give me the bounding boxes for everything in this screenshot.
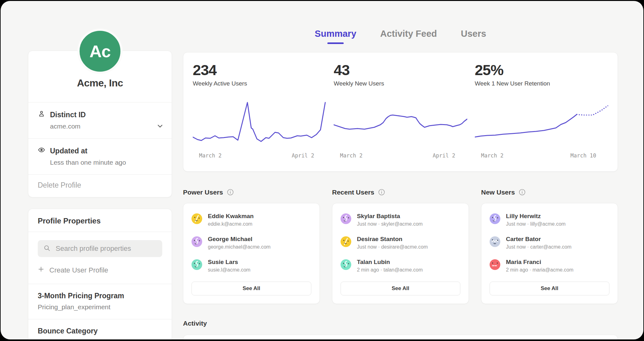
stat-weekly-new-users: 43 Weekly New Users March 2 April 2 — [334, 62, 467, 159]
updated-at-value: Less than one minute ago — [50, 159, 162, 166]
property-row[interactable]: Bounce Category inactive-mailbox — [28, 319, 172, 339]
eye-icon — [38, 146, 45, 156]
weekly-new-users-sparkline — [334, 98, 467, 146]
search-input[interactable] — [55, 244, 157, 253]
company-avatar: Ac — [77, 29, 123, 74]
user-detail: Just now · skyler@acme.com — [357, 221, 423, 227]
user-name: Lilly Herwitz — [506, 213, 566, 220]
create-user-profile-button[interactable]: Create User Profile — [28, 257, 172, 284]
user-detail: eddie.k@acme.com — [208, 221, 254, 227]
stat-weekly-active-users: 234 Weekly Active Users March 2 April 2 — [193, 62, 326, 159]
axis-tick: March 10 — [570, 152, 596, 159]
user-row[interactable]: Desirae Stanton Just now · desirare@acme… — [341, 236, 460, 250]
user-name: Carter Bator — [506, 236, 571, 243]
axis-tick: March 2 — [199, 152, 222, 159]
user-row[interactable]: Skylar Baptista Just now · skyler@acme.c… — [341, 213, 460, 227]
updated-at-row: Updated at Less than one minute ago — [28, 138, 172, 174]
chevron-down-icon[interactable] — [157, 123, 164, 131]
user-row[interactable]: Susie Lars susie.l@acme.com — [192, 259, 311, 273]
user-row[interactable]: George Michael george.michael@acme.com — [192, 236, 311, 250]
updated-at-label: Updated at — [50, 147, 87, 155]
recent-users-title: Recent Users — [332, 189, 374, 196]
stat-label: Weekly Active Users — [193, 80, 326, 87]
axis-tick: April 2 — [433, 152, 455, 159]
summary-stats-card: 234 Weekly Active Users March 2 April 2 … — [183, 52, 618, 172]
property-value: inactive-mailbox — [38, 338, 162, 339]
see-all-button[interactable]: See All — [341, 282, 460, 295]
recent-users-card: Skylar Baptista Just now · skyler@acme.c… — [332, 203, 469, 304]
info-icon[interactable] — [227, 189, 234, 195]
user-avatar-icon — [192, 213, 202, 224]
tab-summary[interactable]: Summary — [315, 29, 356, 44]
user-name: Susie Lars — [208, 259, 250, 266]
user-name: Maria Franci — [506, 259, 574, 266]
user-row[interactable]: Carter Bator Just now · carter@acme.com — [490, 236, 609, 250]
company-avatar-initials: Ac — [89, 41, 110, 61]
user-avatar-icon — [192, 259, 202, 270]
user-detail: 2 min ago · talan@acme.com — [357, 267, 423, 273]
tab-users[interactable]: Users — [461, 29, 486, 44]
user-sections: Power Users — [183, 189, 618, 304]
power-users-card: Eddie Kwakman eddie.k@acme.com — [183, 203, 320, 304]
user-name: Talan Lubin — [357, 259, 423, 266]
axis-tick: March 2 — [481, 152, 504, 159]
user-name: George Michael — [208, 236, 270, 243]
user-avatar-icon — [192, 236, 202, 247]
user-detail: Just now · desirare@acme.com — [357, 244, 428, 250]
x-axis-labels: March 2 March 10 — [475, 152, 608, 159]
user-avatar-icon — [341, 259, 351, 270]
new-users-title: New Users — [481, 189, 515, 196]
power-users-section: Power Users — [183, 189, 320, 304]
user-avatar-icon — [341, 213, 351, 224]
user-detail: susie.l@acme.com — [208, 267, 250, 273]
x-axis-labels: March 2 April 2 — [334, 152, 467, 159]
user-row[interactable]: Maria Franci 2 min ago · maria@acme.com — [490, 259, 609, 273]
profile-properties-search[interactable] — [38, 240, 162, 257]
user-detail: 2 min ago · maria@acme.com — [506, 267, 574, 273]
stat-value: 43 — [334, 62, 467, 78]
see-all-button[interactable]: See All — [192, 282, 311, 295]
property-value: Pricing_plan_experiment — [38, 303, 162, 311]
info-icon[interactable] — [378, 189, 385, 195]
recent-users-section: Recent Users — [332, 189, 469, 304]
user-row[interactable]: Eddie Kwakman eddie.k@acme.com — [192, 213, 311, 227]
power-users-title: Power Users — [183, 189, 223, 196]
user-row[interactable]: Talan Lubin 2 min ago · talan@acme.com — [341, 259, 460, 273]
person-icon — [38, 110, 45, 119]
activity-card: 234 940 3.4k — [183, 335, 618, 339]
create-user-profile-label: Create User Profile — [49, 266, 108, 274]
activity-title: Activity — [183, 320, 618, 327]
property-name: Bounce Category — [38, 327, 162, 335]
new-users-section: New Users — [481, 189, 618, 304]
user-detail: Just now · lilly@acme.com — [506, 221, 566, 227]
stat-label: Weekly New Users — [334, 80, 467, 87]
stat-value: 25% — [475, 62, 608, 78]
property-name: 3-Month Pricing Program — [38, 292, 162, 300]
tab-activity-feed[interactable]: Activity Feed — [380, 29, 437, 44]
user-avatar-icon — [490, 259, 500, 270]
property-row[interactable]: 3-Month Pricing Program Pricing_plan_exp… — [28, 284, 172, 319]
active-tab-underline — [327, 42, 344, 44]
info-icon[interactable] — [519, 189, 525, 195]
main-content: Summary Activity Feed Users 234 Weekly A… — [183, 1, 618, 339]
plus-icon — [38, 266, 44, 274]
user-detail: george.michael@acme.com — [208, 244, 270, 250]
distinct-id-label: Distinct ID — [50, 111, 86, 119]
new-users-card: Lilly Herwitz Just now · lilly@acme.com — [481, 203, 618, 304]
user-detail: Just now · carter@acme.com — [506, 244, 571, 250]
app-page: Ac Acme, Inc Distinct ID acme.com — [1, 1, 643, 339]
distinct-id-row: Distinct ID acme.com — [28, 102, 172, 138]
user-avatar-icon — [341, 236, 351, 247]
profile-sidebar: Ac Acme, Inc Distinct ID acme.com — [28, 29, 172, 339]
search-icon — [43, 245, 51, 253]
user-name: Skylar Baptista — [357, 213, 423, 220]
delete-profile-button[interactable]: Delete Profile — [28, 174, 172, 197]
weekly-active-users-sparkline — [193, 98, 326, 146]
user-row[interactable]: Lilly Herwitz Just now · lilly@acme.com — [490, 213, 609, 227]
user-name: Desirae Stanton — [357, 236, 428, 243]
user-avatar-icon — [490, 236, 500, 247]
axis-tick: March 2 — [340, 152, 363, 159]
user-avatar-icon — [490, 213, 500, 224]
see-all-button[interactable]: See All — [490, 282, 609, 295]
profile-properties-card: Profile Properties — [28, 209, 172, 339]
